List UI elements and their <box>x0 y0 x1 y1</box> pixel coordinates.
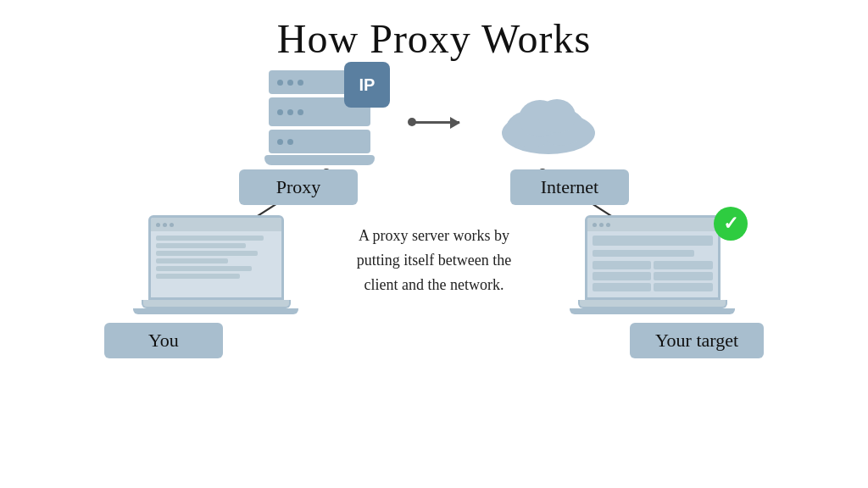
title-bar-right <box>587 218 718 231</box>
server-group: IP <box>264 70 375 165</box>
left-laptop <box>133 215 298 314</box>
right-content-block <box>593 236 713 246</box>
server-dot <box>277 139 283 145</box>
content-line <box>156 266 253 271</box>
grid-cell <box>593 272 652 280</box>
right-content-block <box>593 250 695 257</box>
server-unit-3 <box>269 130 370 153</box>
title-dot <box>156 223 160 227</box>
laptop-base <box>142 300 291 308</box>
you-label: You <box>148 330 179 351</box>
grid-cell <box>654 283 713 291</box>
labels-row: Proxy Internet <box>0 169 868 205</box>
grid-cell <box>593 261 652 269</box>
right-laptop-screen <box>585 215 721 300</box>
page: How Proxy Works IP <box>0 0 868 488</box>
server-dot <box>298 109 303 115</box>
title-bar <box>151 218 281 231</box>
laptop-bottom <box>133 308 298 314</box>
page-title: How Proxy Works <box>277 15 591 62</box>
content-line <box>156 258 228 263</box>
right-content <box>587 231 718 296</box>
server-base <box>264 155 375 165</box>
title-dot <box>599 223 604 227</box>
grid-cell <box>654 272 713 280</box>
internet-label: Internet <box>541 176 598 197</box>
content-line <box>156 243 247 248</box>
title-dot <box>163 223 167 227</box>
svg-point-4 <box>538 99 576 133</box>
arrow-line <box>409 121 459 124</box>
proxy-label: Proxy <box>276 176 321 197</box>
description-text: A proxy server works by putting itself b… <box>349 224 519 297</box>
content-line <box>156 274 240 279</box>
server-dot <box>277 80 283 86</box>
server-dot <box>298 80 303 86</box>
right-laptop <box>570 215 735 314</box>
h-arrow <box>409 121 459 124</box>
left-laptop-screen <box>148 215 284 300</box>
server-dot <box>287 80 293 86</box>
bottom-labels-row: You Your target <box>0 323 868 358</box>
title-dot <box>593 223 597 227</box>
laptop-content <box>151 231 281 283</box>
internet-label-box: Internet <box>510 169 629 205</box>
target-label: Your target <box>655 330 738 351</box>
server-dot <box>287 109 293 115</box>
content-line <box>156 236 264 241</box>
main-diagram: IP <box>0 62 868 488</box>
you-label-box: You <box>104 323 223 358</box>
cloud-icon <box>493 86 604 154</box>
right-content-grid <box>593 261 713 291</box>
ip-badge: IP <box>344 62 390 108</box>
grid-cell <box>593 283 652 291</box>
check-badge <box>714 207 748 241</box>
right-laptop-bottom <box>570 308 735 314</box>
server-dot <box>277 109 283 115</box>
title-dot <box>170 223 174 227</box>
content-line <box>156 251 259 256</box>
title-dot <box>606 223 610 227</box>
bottom-row: A proxy server works by putting itself b… <box>0 215 868 314</box>
proxy-label-box: Proxy <box>239 169 358 205</box>
grid-cell <box>654 261 713 269</box>
server-dot <box>287 139 293 145</box>
top-row: IP <box>264 70 604 165</box>
right-laptop-base <box>578 300 727 308</box>
target-label-box: Your target <box>630 323 764 358</box>
